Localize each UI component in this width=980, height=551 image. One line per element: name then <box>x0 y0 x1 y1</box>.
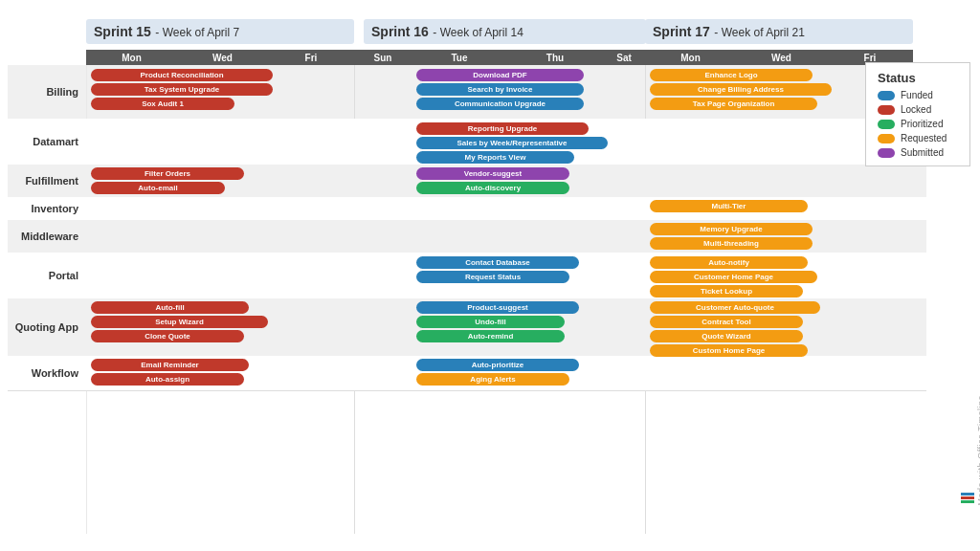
legend-item-locked: Locked <box>878 104 958 115</box>
day-mon-1: Mon <box>86 50 177 66</box>
billing-label: Billing <box>8 65 84 119</box>
sprint-17-header: Sprint 17 - Week of April 21 <box>645 19 913 44</box>
task-search-by-invoice[interactable]: Search by Invoice <box>416 83 584 96</box>
task-multi-tier[interactable]: Multi-Tier <box>650 200 808 212</box>
task-reporting-upgrade[interactable]: Reporting Upgrade <box>416 122 589 135</box>
inventory-label: Inventory <box>8 197 84 220</box>
task-product-suggest[interactable]: Product-suggest <box>416 301 579 314</box>
bottom-border <box>8 390 926 391</box>
day-fri-1: Fri <box>268 50 354 66</box>
task-sox-audit[interactable]: Sox Audit 1 <box>91 98 234 110</box>
quoting-label: Quoting App <box>8 298 84 356</box>
legend-submitted-dot <box>878 148 895 158</box>
datamart-label: Datamart <box>8 119 84 165</box>
task-auto-email[interactable]: Auto-email <box>91 182 225 194</box>
task-my-reports-view[interactable]: My Reports View <box>416 151 574 164</box>
legend-item-submitted: Submitted <box>878 147 958 158</box>
sprint-15-number: Sprint 15 <box>94 24 151 39</box>
task-filter-orders[interactable]: Filter Orders <box>91 167 244 180</box>
legend-locked-dot <box>878 105 895 115</box>
task-customer-auto-quote[interactable]: Customer Auto-quote <box>650 301 820 314</box>
legend-requested-label: Requested <box>901 133 947 143</box>
task-auto-discovery[interactable]: Auto-discovery <box>416 182 569 194</box>
portal-label: Portal <box>8 253 84 298</box>
day-mon-3: Mon <box>645 50 736 66</box>
legend-submitted-label: Submitted <box>901 147 944 158</box>
sprint-15-header: Sprint 15 - Week of April 7 <box>86 19 354 44</box>
task-product-reconciliation[interactable]: Product Reconciliation <box>91 69 273 81</box>
sprint-16-header: Sprint 16 - Week of April 14 <box>364 19 646 44</box>
task-email-reminder[interactable]: Email Reminder <box>91 359 249 371</box>
legend-funded-dot <box>878 91 895 100</box>
task-multi-threading[interactable]: Multi-threading <box>650 237 813 250</box>
legend-requested-dot <box>878 134 895 143</box>
task-memory-upgrade[interactable]: Memory Upgrade <box>650 223 813 235</box>
task-auto-notify[interactable]: Auto-notify <box>650 256 808 269</box>
task-auto-prioritize[interactable]: Auto-prioritize <box>416 359 579 371</box>
legend-prioritized-label: Prioritized <box>901 119 943 129</box>
sprint-15-date: - Week of April 7 <box>155 26 239 39</box>
sprint-16-date: - Week of April 14 <box>433 26 523 39</box>
task-contact-database[interactable]: Contact Database <box>416 256 579 269</box>
watermark: Made with Office Timeline <box>976 395 980 505</box>
day-thu-2: Thu <box>507 50 603 66</box>
main-container: Sprint 15 - Week of April 7 Sprint 16 - … <box>0 0 980 551</box>
task-request-status[interactable]: Request Status <box>416 271 569 283</box>
task-auto-fill[interactable]: Auto-fill <box>91 301 249 314</box>
sprint-17-date: - Week of April 21 <box>714 26 805 39</box>
legend-item-requested: Requested <box>878 133 958 143</box>
legend-prioritized-dot <box>878 120 895 129</box>
task-change-billing-address[interactable]: Change Billing Address <box>650 83 832 96</box>
legend-item-funded: Funded <box>878 90 958 100</box>
task-tax-page-organization[interactable]: Tax Page Organization <box>650 98 817 110</box>
task-ticket-lookup[interactable]: Ticket Lookup <box>650 285 803 298</box>
legend-funded-label: Funded <box>901 90 933 100</box>
day-wed-3: Wed <box>736 50 827 66</box>
task-quote-wizard[interactable]: Quote Wizard <box>650 330 803 342</box>
task-auto-remind[interactable]: Auto-remind <box>416 330 565 342</box>
task-tax-system-upgrade[interactable]: Tax System Upgrade <box>91 83 273 96</box>
task-clone-quote[interactable]: Clone Quote <box>91 330 244 342</box>
fulfillment-label: Fulfillment <box>8 165 84 197</box>
legend-title: Status <box>878 71 958 85</box>
task-sales-by-week[interactable]: Sales by Week/Representative <box>416 137 608 149</box>
workflow-label: Workflow <box>8 356 84 390</box>
middleware-label: Middleware <box>8 220 84 253</box>
legend-item-prioritized: Prioritized <box>878 119 958 129</box>
legend: Status Funded Locked Prioritized Request… <box>865 62 970 166</box>
task-auto-assign[interactable]: Auto-assign <box>91 373 244 386</box>
office-timeline-logo <box>961 493 974 503</box>
task-enhance-logo[interactable]: Enhance Logo <box>650 69 813 81</box>
task-communication-upgrade[interactable]: Communication Upgrade <box>416 98 584 110</box>
day-wed-1: Wed <box>177 50 268 66</box>
task-custom-home-page[interactable]: Custom Home Page <box>650 344 808 357</box>
task-customer-home-page[interactable]: Customer Home Page <box>650 271 817 283</box>
task-aging-alerts[interactable]: Aging Alerts <box>416 373 569 386</box>
day-sun-2: Sun <box>354 50 412 66</box>
sprint-16-number: Sprint 16 <box>371 24 429 39</box>
task-undo-fill[interactable]: Undo-fill <box>416 316 565 328</box>
sprint-17-number: Sprint 17 <box>653 24 710 39</box>
task-download-pdf[interactable]: Download PDF <box>416 69 584 81</box>
legend-locked-label: Locked <box>901 104 931 115</box>
task-setup-wizard[interactable]: Setup Wizard <box>91 316 268 328</box>
task-vendor-suggest[interactable]: Vendor-suggest <box>416 167 569 180</box>
task-contract-tool[interactable]: Contract Tool <box>650 316 803 328</box>
day-sat-2: Sat <box>603 50 645 66</box>
day-tue-2: Tue <box>412 50 507 66</box>
